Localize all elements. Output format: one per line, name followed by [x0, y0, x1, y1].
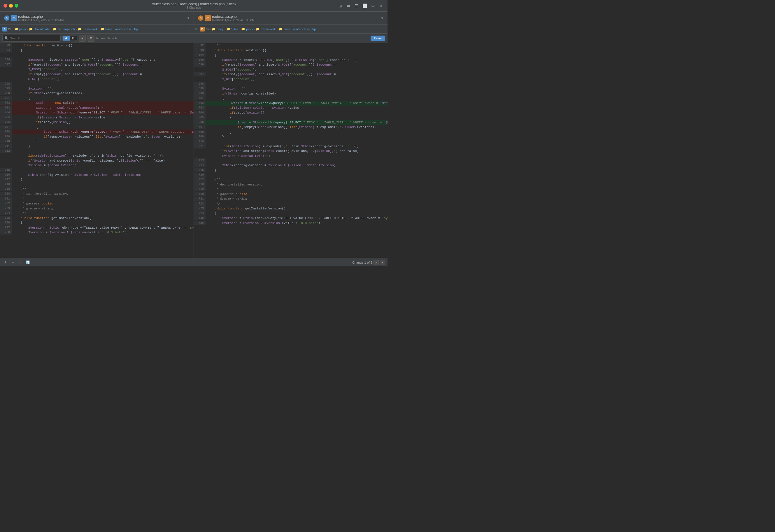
line-number: 693 [0, 43, 12, 48]
bc-b-file[interactable]: router.class.php [293, 27, 316, 31]
maximize-button[interactable] [15, 4, 18, 8]
line-content: $this->config->vision = $vision ? $visio… [205, 163, 388, 168]
bc-b-peiqi1[interactable]: peiqi [217, 27, 223, 31]
line-number: 697 [0, 62, 12, 67]
tab-a[interactable]: A PS router.class.php Modified: Apr 22, … [0, 12, 194, 24]
tab-b-modified: Modified: Apr 2, 2022 at 3:35 PM [212, 19, 379, 22]
bc-a-folder1-icon: 📁 [14, 27, 18, 31]
bc-b-folder5-icon: 📁 [278, 27, 282, 31]
bc-a-framework[interactable]: framework [82, 27, 97, 31]
code-line: 726 $version = $version ? $version->valu… [194, 221, 388, 226]
diff-pane-a[interactable]: 693 public function setVision()694 {696 … [0, 43, 194, 258]
code-line: 728 $version = $version ? $version->valu… [0, 230, 194, 235]
search-box[interactable]: 🔍 [2, 35, 61, 42]
minimize-button[interactable] [9, 4, 13, 8]
bc-a-peiqi[interactable]: peiqi [19, 27, 26, 31]
tabs-bar: A PS router.class.php Modified: Apr 22, … [0, 12, 388, 25]
bc-a-file[interactable]: router.class.php [115, 27, 138, 31]
ab-btn-a[interactable]: A [63, 36, 70, 41]
line-content: $vision = ''; [12, 86, 194, 91]
line-content: $user = $this->dbh->query("SELECT * FROM… [12, 129, 194, 134]
line-content: $version = $version ? $version->value : … [12, 230, 194, 235]
code-line: 697 if(empty($account) and isset($_GET['… [194, 72, 388, 77]
line-number: 699 [194, 86, 205, 91]
line-number: 714 [194, 163, 205, 167]
line-number: 715 [194, 168, 205, 172]
code-line: 700 if($this->config->installed) [0, 91, 194, 96]
code-line: 705 if($vision) $vision = $vision->value… [0, 115, 194, 120]
tab-a-dropdown[interactable]: ▼ [185, 14, 191, 22]
code-line: 717 /** [194, 177, 388, 182]
line-number: 723 [0, 206, 12, 210]
line-number: 696 [194, 62, 205, 67]
status-icon-4[interactable]: 🔄 [25, 259, 31, 265]
titlebar-actions: ⊞ ⇄ ☰ ⬜ ⚙ ⬆ [337, 3, 384, 9]
code-line: $vision = $defaultVision; [194, 154, 388, 159]
bc-a-folder5-icon: 📁 [100, 27, 104, 31]
line-number: 719 [194, 187, 205, 191]
status-icon-2[interactable]: ☰ [10, 259, 16, 265]
line-content: $vision = $defaultVision; [205, 154, 388, 159]
line-number: 718 [0, 182, 12, 187]
line-content: { [12, 96, 194, 101]
bc-a-zentaopatch[interactable]: zentaopatch [57, 27, 75, 31]
code-line: 711 } [0, 144, 194, 149]
diff-container: 693 public function setVision()694 {696 … [0, 43, 388, 258]
ab-btn-b[interactable]: B [70, 36, 77, 41]
nav-down-btn[interactable]: ▼ [87, 35, 94, 42]
share-icon[interactable]: ⬆ [378, 3, 384, 9]
bc-b-base[interactable]: base [283, 27, 290, 31]
bc-a-base[interactable]: base [105, 27, 112, 31]
bc-a-downloads[interactable]: Downloads [34, 27, 50, 31]
change-next-btn[interactable]: ▼ [380, 260, 385, 265]
diff-pane-b[interactable]: 692 */693 public function setVision()694… [194, 43, 388, 258]
change-prev-btn[interactable]: ▲ [373, 260, 379, 265]
code-line: 696 if(empty($account) and isset($_POST[… [194, 62, 388, 67]
line-number: 723 [194, 206, 205, 210]
code-line: list($defaultVision) = explode(',', trim… [0, 153, 194, 158]
line-content: $sql = new sql(); ~ [12, 101, 194, 106]
line-number: 722 [194, 201, 205, 206]
code-line: 721 * [0, 196, 194, 201]
tab-b[interactable]: B PS router.class.php Modified: Apr 2, 2… [194, 12, 388, 24]
line-number: 701 [194, 96, 205, 100]
tab-b-dropdown[interactable]: ▼ [379, 14, 385, 22]
bc-b-framework[interactable]: framework [261, 27, 275, 31]
line-content: if($this->config->installed) [205, 91, 388, 96]
tab-a-file-icon: PS [11, 15, 17, 21]
status-icon-1[interactable]: ⬇ [2, 259, 8, 265]
bc-a-badge: A [2, 27, 7, 31]
nav-up-btn[interactable]: ▲ [79, 35, 86, 42]
line-number: 719 [0, 187, 12, 191]
line-content: list($defaultVision) = explode(',', trim… [205, 144, 388, 149]
line-content: { [205, 53, 388, 58]
status-right: Change 1 of 3 ▲ ▼ [352, 260, 385, 265]
line-content: } [12, 177, 194, 182]
line-number: 718 [194, 182, 205, 187]
settings-icon[interactable]: ⚙ [370, 3, 376, 9]
breadcrumb-a: A 🗂 › 📁 peiqi › 📁 Downloads › 📁 zentaopa… [2, 27, 190, 31]
list-view-icon[interactable]: ☰ [354, 3, 359, 9]
bc-b-sites[interactable]: Sites [231, 27, 238, 31]
bc-a-nav-icon: 🗂 [8, 27, 11, 31]
code-line: 710 [194, 139, 388, 144]
done-button[interactable]: Done [370, 36, 385, 41]
code-line: if($vision and strpos($this->config->vis… [0, 158, 194, 163]
search-input[interactable] [10, 36, 59, 40]
bc-b-peiqi2[interactable]: peiqi [246, 27, 253, 31]
diff-view-icon[interactable]: ⇄ [345, 3, 351, 9]
line-content: } [12, 139, 194, 144]
window-icon[interactable]: ⬜ [362, 3, 368, 9]
line-content: $vision = $defaultVision; [12, 163, 194, 168]
line-content: */ [205, 43, 388, 48]
line-number: 695 [194, 58, 205, 62]
code-line: 724 */ [0, 211, 194, 216]
code-line: 694 { [0, 48, 194, 53]
status-icon-3[interactable]: ⬛ [17, 259, 23, 265]
line-content: $version = $version ? $version->value : … [205, 221, 388, 226]
line-number: 694 [0, 48, 12, 52]
line-number: 705 [0, 115, 12, 120]
close-button[interactable] [3, 4, 7, 8]
sidebar-toggle-icon[interactable]: ⊞ [337, 3, 343, 9]
line-number: 700 [0, 91, 12, 95]
